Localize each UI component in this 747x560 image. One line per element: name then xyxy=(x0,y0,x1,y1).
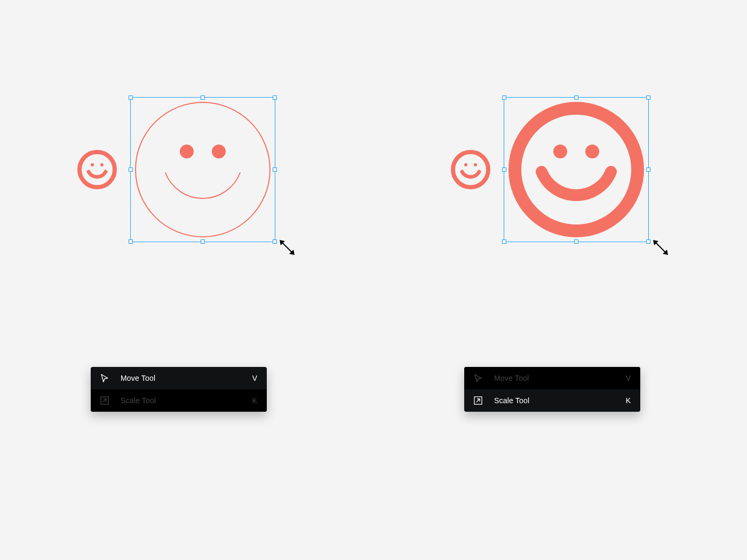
selection-box[interactable] xyxy=(130,97,275,242)
tool-label: Move Tool xyxy=(494,374,626,382)
smiley-icon-original xyxy=(77,149,117,190)
resize-handle-nw[interactable] xyxy=(502,95,506,100)
tool-shortcut: K xyxy=(252,396,257,405)
move-tool-icon xyxy=(474,374,482,382)
move-tool-example: Move Tool V Scale Tool K xyxy=(0,0,374,560)
resize-handle-ne[interactable] xyxy=(646,95,650,100)
tool-popup: Move Tool V Scale Tool K xyxy=(91,367,267,412)
resize-handle-sw[interactable] xyxy=(502,239,506,244)
tool-label: Move Tool xyxy=(121,374,252,382)
resize-handle-e[interactable] xyxy=(646,167,650,172)
move-tool-icon xyxy=(100,374,109,382)
resize-handle-se[interactable] xyxy=(646,239,650,244)
tool-shortcut: V xyxy=(626,374,631,382)
resize-handle-n[interactable] xyxy=(201,95,205,100)
resize-cursor-icon xyxy=(280,240,295,255)
tool-item-scale[interactable]: Scale Tool K xyxy=(91,389,267,412)
resize-handle-w[interactable] xyxy=(129,167,133,172)
scale-tool-icon xyxy=(474,396,482,405)
resize-cursor-icon xyxy=(653,240,668,255)
resize-handle-n[interactable] xyxy=(574,95,578,100)
tool-item-move[interactable]: Move Tool V xyxy=(91,367,267,389)
resize-handle-s[interactable] xyxy=(574,239,578,244)
tool-shortcut: K xyxy=(626,396,631,405)
resize-handle-s[interactable] xyxy=(201,239,205,244)
tool-item-scale[interactable]: Scale Tool K xyxy=(464,389,640,412)
tool-item-move[interactable]: Move Tool V xyxy=(464,367,640,389)
tool-label: Scale Tool xyxy=(494,396,626,405)
scale-tool-icon xyxy=(100,396,109,405)
tool-label: Scale Tool xyxy=(121,396,252,405)
scale-tool-example: Move Tool V Scale Tool K xyxy=(374,0,747,560)
selection-box[interactable] xyxy=(504,97,649,242)
resize-handle-ne[interactable] xyxy=(273,95,277,100)
resize-handle-w[interactable] xyxy=(502,167,506,172)
resize-handle-nw[interactable] xyxy=(129,95,133,100)
tool-shortcut: V xyxy=(252,374,257,382)
smiley-icon-original xyxy=(450,149,491,190)
resize-handle-e[interactable] xyxy=(273,167,277,172)
resize-handle-se[interactable] xyxy=(273,239,277,244)
resize-handle-sw[interactable] xyxy=(129,239,133,244)
tool-popup: Move Tool V Scale Tool K xyxy=(464,367,640,412)
